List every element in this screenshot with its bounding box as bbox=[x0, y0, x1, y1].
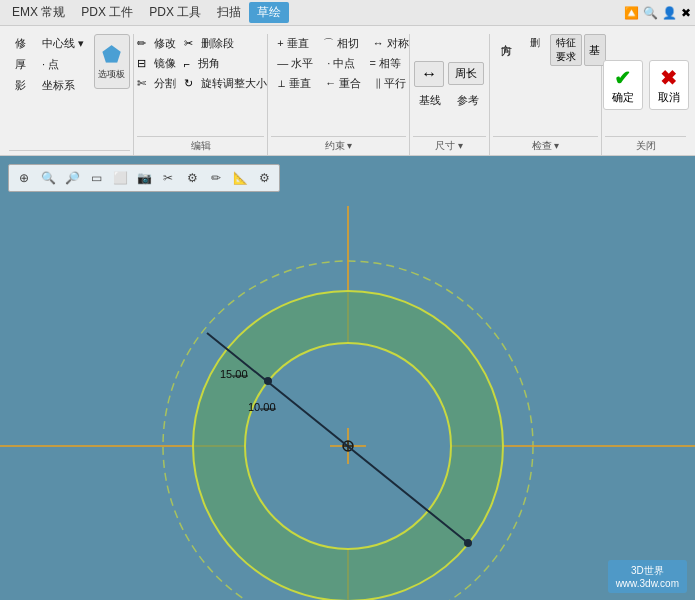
canvas-btn-edit[interactable]: ✏ bbox=[205, 167, 227, 189]
toolbar-col-constrain: + 垂直 ⌒ 相切 ↔ 对称 — 水平 · 中点 = 相等 ⊥ 垂直 ← 重合 … bbox=[268, 34, 409, 155]
canvas-btn-zoom-out[interactable]: 🔎 bbox=[61, 167, 83, 189]
edit-delete-icon: ✂ bbox=[184, 37, 193, 50]
check-icon: ✔ bbox=[614, 66, 631, 90]
edit-split-icon: ✄ bbox=[137, 77, 146, 90]
btn-split[interactable]: 分割 bbox=[148, 74, 182, 93]
btn-modify[interactable]: 修改 bbox=[148, 34, 182, 53]
toolbar-col-left: 修 厚 影 中心线 ▾ · 点 坐标系 ⬟ 选项板 bbox=[6, 34, 134, 155]
btn-coincide[interactable]: ← 重合 bbox=[319, 74, 367, 93]
canvas-area[interactable]: ⊕ 🔍 🔎 ▭ ⬜ 📷 ✂ ⚙ ✏ 📐 ⚙ bbox=[0, 156, 695, 600]
btn-feature-req[interactable]: 特征要求 bbox=[550, 34, 582, 66]
edit-modify-icon: ✏ bbox=[137, 37, 146, 50]
btn-parallel[interactable]: ∥ 平行 bbox=[369, 74, 412, 93]
menu-pdx-tool[interactable]: PDX 工具 bbox=[141, 2, 209, 23]
menu-emx[interactable]: EMX 常规 bbox=[4, 2, 73, 23]
window-search-icon[interactable]: 🔍 bbox=[643, 6, 658, 20]
btn-midpoint[interactable]: · 中点 bbox=[321, 54, 361, 73]
btn-corner[interactable]: 拐角 bbox=[192, 54, 226, 73]
canvas-btn-config[interactable]: ⚙ bbox=[253, 167, 275, 189]
cancel-label: 取消 bbox=[658, 90, 680, 105]
confirm-label: 确定 bbox=[612, 90, 634, 105]
btn-perp[interactable]: ⊥ 垂直 bbox=[271, 74, 317, 93]
cross-icon: ✖ bbox=[660, 66, 677, 90]
tool-shadow[interactable]: 影 bbox=[9, 76, 32, 95]
canvas-btn-zoom-fit[interactable]: ⊕ bbox=[13, 167, 35, 189]
btn-tangent[interactable]: ⌒ 相切 bbox=[317, 34, 365, 53]
window-close-icon[interactable]: ✖ bbox=[681, 6, 691, 20]
toolbar-col-left-label bbox=[9, 150, 130, 155]
window-minimize-icon[interactable]: 🔼 bbox=[624, 6, 639, 20]
toolbar-col-inspect: 方向 删 特征要求 基 检查 ▾ bbox=[490, 34, 603, 155]
svg-text:15.00: 15.00 bbox=[220, 368, 248, 380]
main-layout: ⊕ 🔍 🔎 ▭ ⬜ 📷 ✂ ⚙ ✏ 📐 ⚙ bbox=[0, 156, 695, 600]
btn-equal[interactable]: = 相等 bbox=[363, 54, 406, 73]
canvas-btn-measure[interactable]: 📐 bbox=[229, 167, 251, 189]
edit-label: 编辑 bbox=[137, 136, 264, 155]
svg-point-13 bbox=[464, 539, 472, 547]
edit-corner-icon: ⌐ bbox=[184, 58, 190, 70]
btn-symmetric[interactable]: ↔ 对称 bbox=[367, 34, 415, 53]
btn-vertical[interactable]: + 垂直 bbox=[271, 34, 314, 53]
btn-mirror[interactable]: 镜像 bbox=[148, 54, 182, 73]
toolbar-col-edit: ✏ 修改 ✂ 删除段 ⊟ 镜像 ⌐ 拐角 ✄ 分割 ↻ 旋转调整大小 bbox=[134, 34, 268, 155]
tool-modify[interactable]: 修 bbox=[9, 34, 32, 53]
dimension-label: 尺寸 ▾ bbox=[413, 136, 486, 155]
btn-dim-normal[interactable]: ↔ bbox=[414, 61, 444, 87]
svg-text:10.00: 10.00 bbox=[248, 401, 276, 413]
watermark-line2: www.3dw.com bbox=[616, 578, 679, 589]
tool-thick[interactable]: 厚 bbox=[9, 55, 32, 74]
btn-horizontal[interactable]: — 水平 bbox=[271, 54, 319, 73]
confirm-button[interactable]: ✔ 确定 bbox=[603, 60, 643, 110]
canvas-btn-cut[interactable]: ✂ bbox=[157, 167, 179, 189]
constrain-label: 约束 ▾ bbox=[271, 136, 405, 155]
canvas-btn-settings[interactable]: ⚙ bbox=[181, 167, 203, 189]
window-user-icon[interactable]: 👤 bbox=[662, 6, 677, 20]
menu-sketch[interactable]: 草绘 bbox=[249, 2, 289, 23]
btn-baseline[interactable]: 基线 bbox=[413, 91, 447, 110]
btn-delete-seg[interactable]: 删除段 bbox=[195, 34, 240, 53]
toolbar-col-close: ✔ 确定 ✖ 取消 关闭 bbox=[602, 34, 689, 155]
btn-rotate[interactable]: 旋转调整大小 bbox=[195, 74, 273, 93]
canvas-btn-rect2[interactable]: ⬜ bbox=[109, 167, 131, 189]
edit-mirror-icon: ⊟ bbox=[137, 57, 146, 70]
btn-direction[interactable]: 方向 bbox=[493, 34, 520, 84]
select-panel-btn[interactable]: ⬟ 选项板 bbox=[94, 34, 130, 89]
cancel-button[interactable]: ✖ 取消 bbox=[649, 60, 689, 110]
canvas-btn-rect[interactable]: ▭ bbox=[85, 167, 107, 189]
canvas-btn-camera[interactable]: 📷 bbox=[133, 167, 155, 189]
tool-centerline[interactable]: 中心线 ▾ bbox=[36, 34, 90, 53]
menu-pdx-part[interactable]: PDX 工件 bbox=[73, 2, 141, 23]
tool-point[interactable]: · 点 bbox=[36, 55, 90, 74]
btn-dim-perimeter[interactable]: 周长 bbox=[448, 62, 484, 85]
btn-delete[interactable]: 删 bbox=[524, 34, 546, 52]
edit-rotate-icon: ↻ bbox=[184, 77, 193, 90]
btn-reference[interactable]: 参考 bbox=[451, 91, 485, 110]
svg-point-12 bbox=[264, 377, 272, 385]
tool-coord[interactable]: 坐标系 bbox=[36, 76, 90, 95]
canvas-btn-zoom-in[interactable]: 🔍 bbox=[37, 167, 59, 189]
toolbar-col-dimension: ↔ 周长 基线 参考 尺寸 ▾ bbox=[410, 34, 490, 155]
watermark-line1: 3D世界 bbox=[616, 564, 679, 578]
menu-scan[interactable]: 扫描 bbox=[209, 2, 249, 23]
menubar: EMX 常规 PDX 工件 PDX 工具 扫描 草绘 🔼 🔍 👤 ✖ bbox=[0, 0, 695, 26]
inspect-label: 检查 ▾ bbox=[493, 136, 599, 155]
close-label: 关闭 bbox=[605, 136, 686, 155]
toolbar-area: 修 厚 影 中心线 ▾ · 点 坐标系 ⬟ 选项板 bbox=[0, 26, 695, 156]
canvas-svg: 15.00 10.00 bbox=[0, 156, 695, 600]
canvas-toolbar: ⊕ 🔍 🔎 ▭ ⬜ 📷 ✂ ⚙ ✏ 📐 ⚙ bbox=[8, 164, 280, 192]
watermark: 3D世界 www.3dw.com bbox=[608, 560, 687, 593]
